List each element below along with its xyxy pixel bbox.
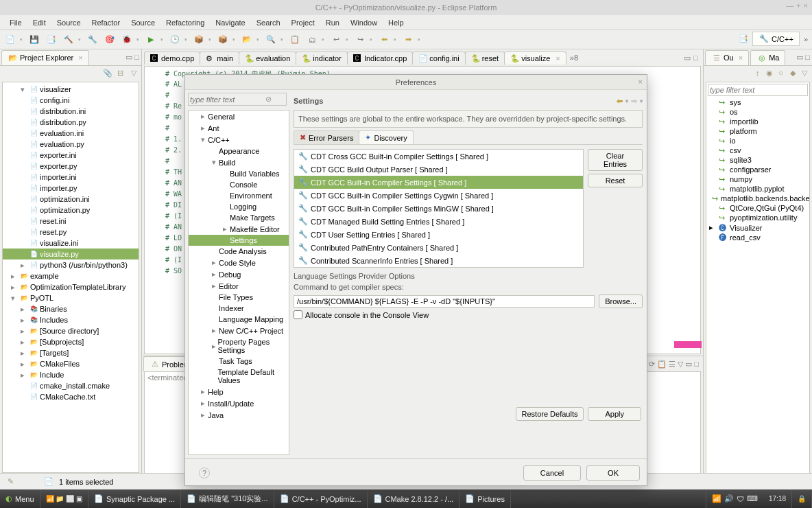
dropdown-arrow-icon[interactable]: ▾ [232,37,235,43]
dropdown-arrow-icon[interactable]: ▾ [160,37,163,43]
prefs-tree-item[interactable]: ▾C/C++ [189,134,289,146]
minimize-icon[interactable]: ▭ [126,53,132,62]
dropdown-arrow-icon[interactable]: ▾ [394,37,396,43]
dbg-target-icon[interactable]: 🗂 [304,32,320,47]
tree-item[interactable]: ▸📚Includes [3,314,139,325]
prefs-tree-item[interactable]: Task Tags [189,356,289,367]
provider-item[interactable]: 🔧Contributed PathEntry Containers [ Shar… [294,241,583,254]
bluetooth-icon[interactable]: 🛡 [737,495,744,503]
keyboard-icon[interactable]: ⌨ [747,494,758,503]
close-icon[interactable]: × [556,54,560,62]
dropdown-arrow-icon[interactable]: ▾ [625,98,628,104]
editor-tab[interactable]: 🅲demo.cpp [144,51,200,65]
tree-item[interactable]: 📄exporter.py [3,161,139,172]
editor-tab[interactable]: 📄config.ini [412,51,465,65]
os-task-item[interactable]: 📄Synaptic Package ... [88,489,181,508]
ext-tools-icon[interactable]: 📦 [191,32,206,47]
tree-item[interactable]: 📄importer.py [3,183,139,194]
prefs-tree-item[interactable]: ▸Debug [189,268,289,280]
outline-menu-icon[interactable]: ▽ [799,68,809,78]
minimize-icon[interactable]: ▭ [796,53,803,62]
dropdown-arrow-icon[interactable]: ▾ [20,37,23,43]
hide-nonpublic-icon[interactable]: ◆ [787,68,798,78]
hammer-icon[interactable]: 🔨 [61,32,76,47]
os-task-item[interactable]: 📄CMake 2.8.12.2 - /... [368,489,460,508]
outline-item[interactable]: ↪matplotlib.backends.backend [706,194,809,203]
outline-item[interactable]: ↪io [706,136,809,146]
arrow-right-icon[interactable]: ➡ [401,32,416,47]
dropdown-arrow-icon[interactable]: ▾ [136,37,139,43]
step-back-icon[interactable]: ↩ [329,32,344,47]
outline-tab[interactable]: ☰ Ou × [705,50,749,65]
prefs-tree-item[interactable]: Build Variables [189,168,289,179]
folder-icon[interactable]: 📂 [239,32,254,47]
os-clock[interactable]: 17:18 [763,489,792,508]
close-icon[interactable]: × [78,54,82,62]
new-icon[interactable]: 📄 [3,32,18,47]
prefs-tree-item[interactable]: Console [189,179,289,190]
run-icon[interactable]: ▶ [143,32,158,47]
console-toolbar-icon[interactable]: ▽ [678,360,683,369]
tree-item[interactable]: 📄visualize.ini [3,238,139,249]
os-quick-launch[interactable]: 📶 📁 ⬜ ▣ [40,489,88,508]
outline-item[interactable]: ▸🅒Visualizer [706,222,809,233]
menu-refactoring[interactable]: Refactoring [160,16,210,29]
tree-item[interactable]: ▸📂[Subprojects] [3,336,139,347]
tree-item[interactable]: ▾📄visualizer [3,84,139,95]
tab-discovery[interactable]: ✦ Discovery [359,130,413,144]
profile-icon[interactable]: 🕒 [167,32,182,47]
os-task-item[interactable]: 📄C/C++ - PyOptimiz... [274,489,368,508]
dropdown-arrow-icon[interactable]: ▾ [322,37,324,43]
dropdown-arrow-icon[interactable]: ▾ [370,37,372,43]
os-tray[interactable]: 📶 🔊 🛡 ⌨ [706,489,763,508]
editor-tab[interactable]: 🐍indicator [296,51,348,65]
provider-item[interactable]: 🔧Contributed ScannerInfo Entries [ Share… [294,254,583,267]
make-tab[interactable]: ◎ Ma [750,50,785,65]
filter-static-icon[interactable]: ○ [776,68,786,78]
os-task-item[interactable]: 📄Pictures [459,489,511,508]
target-icon[interactable]: 🎯 [102,32,117,47]
tree-item[interactable]: 📄distribution.py [3,117,139,128]
save-icon[interactable]: 💾 [27,32,42,47]
restore-defaults-button[interactable]: Restore Defaults [516,407,584,421]
close-icon[interactable]: × [739,54,743,62]
tree-item[interactable]: ▸📂CMakeFiles [3,358,139,369]
tree-item[interactable]: 📄optimization.ini [3,194,139,205]
prefs-tree-item[interactable]: Environment [189,190,289,201]
browse-button[interactable]: Browse... [599,295,643,308]
prefs-tree-item[interactable]: ▸General [189,111,289,122]
allocate-console-checkbox[interactable]: Allocate console in the Console View [294,310,429,319]
menu-window[interactable]: Window [345,16,383,29]
maximize-icon[interactable]: □ [694,360,699,369]
outline-item[interactable]: ↪matplotlib.pyplot [706,184,809,194]
prefs-tree-item[interactable]: ▸Ant [189,122,289,134]
menu-source[interactable]: Source [126,16,160,29]
outline-item[interactable]: ↪csv [706,146,809,155]
editor-tab[interactable]: 🐍reset [465,51,505,65]
outline-item[interactable]: ↪platform [706,126,809,136]
writable-icon[interactable]: ✎ [5,476,16,487]
menu-search[interactable]: Search [251,16,286,29]
tree-item[interactable]: ▸📂example [3,270,139,281]
maximize-icon[interactable]: □ [805,53,810,62]
dialog-close-icon[interactable]: × [638,78,643,86]
back-icon[interactable]: ⬅ [617,97,623,106]
tree-item[interactable]: 📄cmake_install.cmake [3,380,139,391]
outline-item[interactable]: ↪sys [706,97,809,107]
prefs-filter-input[interactable] [190,95,265,104]
tree-item[interactable]: 📄config.ini [3,95,139,106]
tree-item[interactable]: ▸📄python3 (/usr/bin/python3) [3,259,139,270]
open-perspective-icon[interactable]: 📑 [738,34,748,44]
search-icon[interactable]: 🔍 [263,32,278,47]
tree-item[interactable]: 📄importer.ini [3,172,139,183]
tree-item[interactable]: ▸📂Include [3,369,139,380]
outline-item[interactable]: ↪numpy [706,174,809,184]
tree-item[interactable]: 📄exporter.ini [3,150,139,161]
prefs-tree-item[interactable]: ▸Java [189,409,289,421]
tree-item[interactable]: 📄optimization.py [3,205,139,216]
provider-item[interactable]: 🔧CDT User Setting Entries [ Shared ] [294,228,583,241]
prefs-tree-item[interactable]: File Types [189,292,289,303]
save-all-icon[interactable]: 📑 [44,32,59,47]
project-tree[interactable]: ▾📄visualizer📄config.ini📄distribution.ini… [2,82,139,473]
menu-run[interactable]: Run [320,16,345,29]
